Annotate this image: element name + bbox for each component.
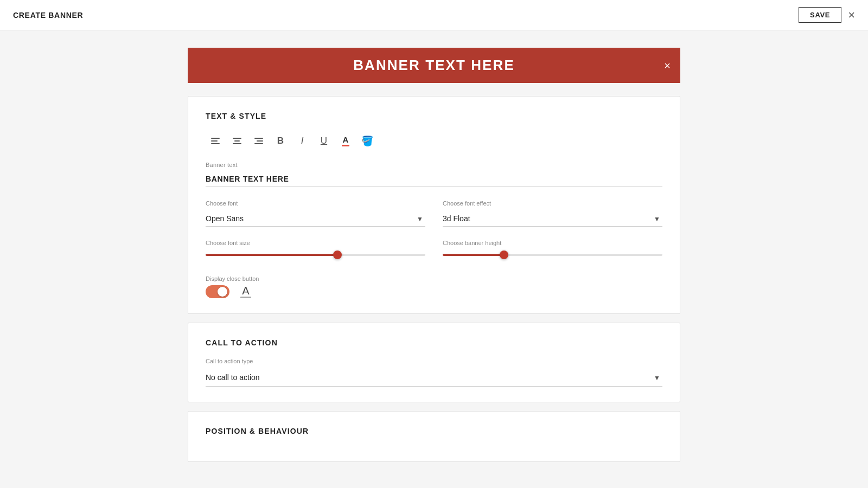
align-center-button[interactable] xyxy=(227,131,247,151)
italic-button[interactable]: I xyxy=(292,131,312,151)
text-color-icon: A xyxy=(342,136,349,146)
banner-preview-text: BANNER TEXT HERE xyxy=(353,57,515,74)
choose-font-label: Choose font xyxy=(206,200,425,207)
align-left-icon xyxy=(208,133,222,149)
banner-height-fill xyxy=(443,254,504,256)
align-center-icon xyxy=(230,133,244,149)
slider-row: Choose font size Choose banner height xyxy=(206,240,662,262)
align-right-icon xyxy=(252,133,266,149)
font-preview-underline-icon xyxy=(240,297,251,298)
display-close-label: Display close button xyxy=(206,275,662,282)
toggle-row: A xyxy=(206,285,662,298)
align-left-button[interactable] xyxy=(206,131,225,151)
cta-type-label: Call to action type xyxy=(206,358,662,364)
close-button[interactable]: × xyxy=(848,9,855,21)
banner-height-group: Choose banner height xyxy=(443,240,662,262)
paint-bucket-icon: 🪣 xyxy=(361,135,373,147)
font-preview-button[interactable]: A xyxy=(240,285,251,298)
background-color-button[interactable]: 🪣 xyxy=(358,131,377,151)
page-title: CREATE BANNER xyxy=(13,11,83,20)
font-size-fill xyxy=(206,254,337,256)
toggle-knob xyxy=(218,287,227,297)
text-style-card: TEXT & STYLE B I U xyxy=(188,96,680,314)
display-close-row: Display close button A xyxy=(206,275,662,298)
cta-type-group: Call to action type No call to action Bu… xyxy=(206,358,662,387)
banner-height-thumb[interactable] xyxy=(500,251,508,259)
choose-font-select[interactable]: Open Sans Roboto Lato Montserrat xyxy=(206,211,425,227)
bold-button[interactable]: B xyxy=(271,131,290,151)
align-right-button[interactable] xyxy=(249,131,269,151)
choose-font-effect-label: Choose font effect xyxy=(443,200,662,207)
font-size-thumb[interactable] xyxy=(333,251,342,259)
banner-preview: BANNER TEXT HERE × xyxy=(188,48,680,83)
banner-height-label: Choose banner height xyxy=(443,240,662,246)
position-card: POSITION & BEHAVIOUR xyxy=(188,411,680,462)
choose-font-effect-select-wrapper: 3d Float None Shadow Outline ▼ xyxy=(443,211,662,227)
main-content: BANNER TEXT HERE × TEXT & STYLE B xyxy=(0,30,868,488)
banner-height-slider-container xyxy=(443,252,662,262)
font-size-slider-container xyxy=(206,252,425,262)
text-toolbar: B I U A 🪣 xyxy=(206,131,662,151)
banner-text-input[interactable] xyxy=(206,171,662,187)
font-preview-letter-icon: A xyxy=(242,285,249,296)
font-size-track xyxy=(206,254,425,256)
topbar: CREATE BANNER SAVE × xyxy=(0,0,868,30)
banner-text-field-group: Banner text xyxy=(206,162,662,187)
choose-font-group: Choose font Open Sans Roboto Lato Montse… xyxy=(206,200,425,227)
cta-type-select[interactable]: No call to action Button Link Form xyxy=(206,369,662,387)
text-color-button[interactable]: A xyxy=(336,131,355,151)
font-size-label: Choose font size xyxy=(206,240,425,246)
banner-height-track xyxy=(443,254,662,256)
underline-button[interactable]: U xyxy=(314,131,334,151)
save-button[interactable]: SAVE xyxy=(799,7,841,23)
display-close-toggle[interactable] xyxy=(206,285,229,298)
cta-title: CALL TO ACTION xyxy=(206,338,662,347)
font-row: Choose font Open Sans Roboto Lato Montse… xyxy=(206,200,662,227)
choose-font-effect-group: Choose font effect 3d Float None Shadow … xyxy=(443,200,662,227)
position-title: POSITION & BEHAVIOUR xyxy=(206,427,662,435)
choose-font-effect-select[interactable]: 3d Float None Shadow Outline xyxy=(443,211,662,227)
text-style-title: TEXT & STYLE xyxy=(206,112,662,120)
banner-text-label: Banner text xyxy=(206,162,662,168)
font-size-group: Choose font size xyxy=(206,240,425,262)
banner-preview-close-icon[interactable]: × xyxy=(664,59,671,72)
cta-type-select-wrapper: No call to action Button Link Form ▼ xyxy=(206,369,662,387)
choose-font-select-wrapper: Open Sans Roboto Lato Montserrat ▼ xyxy=(206,211,425,227)
call-to-action-card: CALL TO ACTION Call to action type No ca… xyxy=(188,323,680,402)
topbar-actions: SAVE × xyxy=(799,7,855,23)
